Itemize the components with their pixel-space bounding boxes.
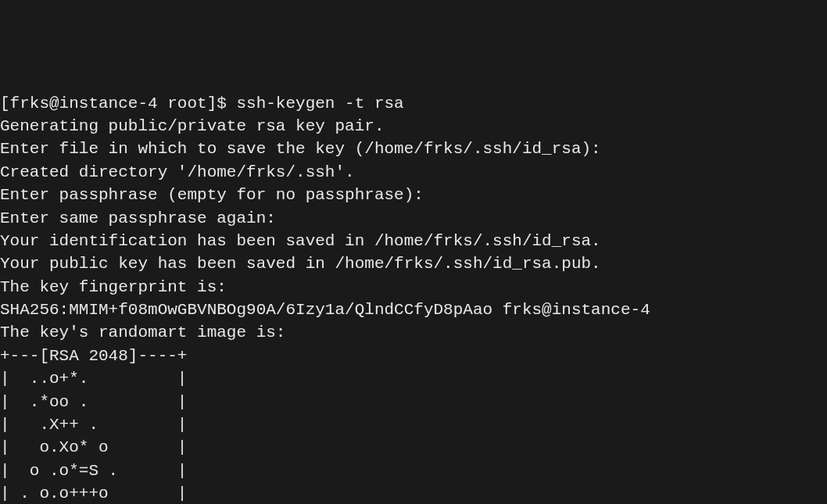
terminal-line: Your public key has been saved in /home/…: [0, 252, 827, 275]
terminal-line: | .X++ . |: [0, 413, 827, 436]
terminal-line: Enter file in which to save the key (/ho…: [0, 138, 827, 160]
terminal-line: Generating public/private rsa key pair.: [0, 115, 827, 138]
terminal-line: The key fingerprint is:: [0, 276, 827, 298]
terminal-line: [frks@instance-4 root]$ ssh-keygen -t rs…: [0, 92, 827, 115]
terminal-line: | o.Xo* o |: [0, 436, 827, 459]
terminal-line: Your identification has been saved in /h…: [0, 230, 827, 252]
terminal-line: | ..o+*. |: [0, 367, 827, 390]
terminal-line: | . o.o+++o |: [0, 482, 827, 504]
terminal-output[interactable]: [frks@instance-4 root]$ ssh-keygen -t rs…: [0, 92, 827, 504]
terminal-line: Enter same passphrase again:: [0, 207, 827, 230]
terminal-line: | o .o*=S . |: [0, 459, 827, 482]
terminal-line: +---[RSA 2048]----+: [0, 345, 827, 367]
terminal-line: Enter passphrase (empty for no passphras…: [0, 184, 827, 206]
terminal-line: | .*oo . |: [0, 391, 827, 413]
terminal-line: Created directory '/home/frks/.ssh'.: [0, 161, 827, 184]
terminal-line: The key's randomart image is:: [0, 321, 827, 344]
terminal-line: SHA256:MMIM+f08mOwGBVNBOg90A/6Izy1a/Qlnd…: [0, 298, 827, 321]
